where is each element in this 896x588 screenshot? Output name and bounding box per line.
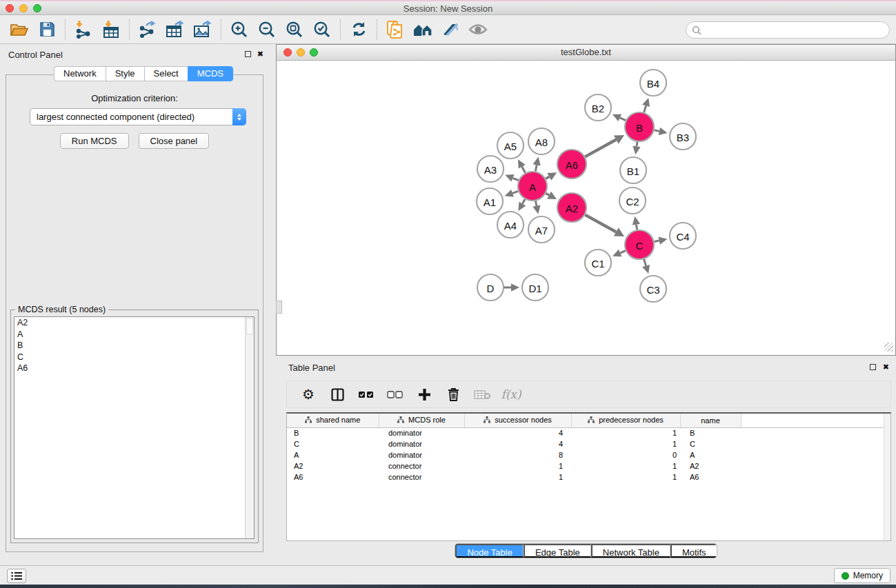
graph-edge[interactable] bbox=[522, 199, 525, 204]
graph-edge[interactable] bbox=[644, 105, 646, 112]
graph-edge[interactable] bbox=[535, 165, 537, 171]
table-row[interactable]: Bdominator41B bbox=[287, 427, 884, 438]
graph-edge[interactable] bbox=[637, 142, 637, 147]
table-row[interactable]: A2connector11A2 bbox=[287, 460, 884, 472]
search-field[interactable] bbox=[686, 21, 890, 39]
column-header-predecessor-nodes[interactable]: predecessor nodes bbox=[571, 414, 680, 427]
table-row[interactable]: Adominator80A bbox=[287, 449, 884, 460]
column-header-shared-name[interactable]: shared name bbox=[287, 414, 379, 427]
float-table-panel-icon[interactable] bbox=[870, 364, 876, 370]
mcds-result-item[interactable]: A6 bbox=[14, 363, 254, 374]
toolbar-separator bbox=[340, 19, 341, 40]
optimization-criterion-select[interactable]: largest connected component (directed) bbox=[30, 108, 246, 125]
mcds-result-item[interactable]: A2 bbox=[14, 317, 254, 329]
tab-network-table[interactable]: Network Table bbox=[591, 544, 670, 558]
close-table-panel-icon[interactable]: ✖ bbox=[883, 363, 889, 371]
zoom-fit-button[interactable] bbox=[281, 17, 308, 42]
column-header-successor-nodes[interactable]: successor nodes bbox=[464, 414, 571, 427]
graph-edge[interactable] bbox=[585, 140, 616, 157]
delete-table-button[interactable] bbox=[469, 383, 495, 406]
node-table-body: Bdominator41BCdominator41CAdominator80AA… bbox=[287, 427, 884, 483]
graph-node-label: D1 bbox=[528, 283, 541, 294]
show-task-history-button[interactable] bbox=[7, 569, 26, 583]
import-table-button[interactable] bbox=[97, 17, 125, 42]
mcds-result-list[interactable]: A2ABCA6 bbox=[14, 316, 255, 539]
table-scrollbar[interactable] bbox=[884, 414, 890, 540]
graph-edge[interactable] bbox=[512, 191, 518, 193]
zoom-selected-icon bbox=[313, 21, 331, 39]
select-all-columns-button[interactable] bbox=[353, 383, 379, 406]
checked-boxes-icon bbox=[358, 391, 375, 398]
scrollbar[interactable] bbox=[245, 317, 254, 538]
zoom-selected-button[interactable] bbox=[308, 17, 336, 42]
refresh-button[interactable] bbox=[345, 17, 372, 42]
tab-mcds[interactable]: MCDS bbox=[188, 66, 233, 81]
create-column-button[interactable] bbox=[411, 383, 437, 406]
graph-edge[interactable] bbox=[535, 201, 536, 206]
graph-edge[interactable] bbox=[654, 130, 659, 132]
pencil-slash-icon bbox=[441, 22, 459, 37]
close-panel-button[interactable]: Close panel bbox=[139, 133, 210, 149]
search-input[interactable] bbox=[701, 23, 889, 37]
graph-edge[interactable] bbox=[620, 251, 626, 253]
column-header-mcds-role[interactable]: MCDS role bbox=[379, 414, 464, 427]
first-neighbors-button[interactable] bbox=[409, 17, 437, 42]
run-mcds-button[interactable]: Run MCDS bbox=[60, 133, 129, 149]
column-header-name[interactable]: name bbox=[680, 414, 741, 427]
network-window-titlebar: testGlobe.txt bbox=[277, 45, 895, 61]
graph-edge[interactable] bbox=[585, 215, 616, 232]
import-network-button[interactable] bbox=[70, 17, 97, 42]
graph-edge[interactable] bbox=[546, 176, 549, 179]
tab-network[interactable]: Network bbox=[54, 66, 106, 81]
zoom-out-button[interactable] bbox=[253, 17, 281, 42]
empty-header bbox=[741, 414, 884, 427]
export-network-button[interactable] bbox=[134, 17, 161, 42]
table-row[interactable]: A6connector11A6 bbox=[287, 472, 884, 483]
unselect-all-columns-button[interactable] bbox=[382, 383, 408, 406]
graph-edge[interactable] bbox=[655, 241, 659, 241]
tab-node-table[interactable]: Node Table bbox=[455, 544, 524, 558]
birdseye-handle[interactable] bbox=[276, 301, 282, 314]
export-network-icon bbox=[138, 20, 157, 39]
graph-edge[interactable] bbox=[512, 178, 518, 180]
graph-node-label: A4 bbox=[504, 220, 517, 232]
show-graphics-details-button[interactable] bbox=[464, 17, 492, 42]
show-columns-button[interactable] bbox=[324, 383, 350, 406]
graph-edge-arrowhead bbox=[642, 265, 650, 274]
mcds-result-item[interactable]: C bbox=[14, 352, 254, 363]
tab-edge-table[interactable]: Edge Table bbox=[524, 544, 591, 558]
new-network-from-selection-button[interactable] bbox=[381, 17, 409, 42]
memory-button[interactable]: Memory bbox=[834, 568, 890, 583]
zoom-in-button[interactable] bbox=[226, 17, 253, 42]
mcds-result-item[interactable]: B bbox=[14, 340, 254, 352]
close-panel-icon[interactable]: ✖ bbox=[257, 50, 263, 58]
resize-grip[interactable] bbox=[884, 343, 893, 352]
graph-edge[interactable] bbox=[620, 118, 626, 121]
tab-style[interactable]: Style bbox=[106, 66, 144, 81]
float-panel-icon[interactable] bbox=[245, 51, 251, 57]
graph-edge[interactable] bbox=[636, 225, 637, 230]
graph-edge[interactable] bbox=[522, 167, 526, 173]
open-session-button[interactable] bbox=[6, 17, 33, 42]
function-fx-icon: f(x) bbox=[501, 387, 521, 401]
tab-motifs[interactable]: Motifs bbox=[670, 544, 717, 558]
graph-node-label: A6 bbox=[566, 159, 578, 171]
hide-annotations-button[interactable] bbox=[437, 17, 464, 42]
graph-node-label: A8 bbox=[535, 136, 548, 148]
tree-icon bbox=[305, 416, 312, 423]
export-table-button[interactable] bbox=[161, 17, 189, 42]
control-panel: Control Panel ✖ Optimization criterion: … bbox=[0, 44, 269, 565]
network-canvas[interactable]: B4B2BB3A8A5A6B1A3AA1C2A2A4A7C4CC1DD1C3 bbox=[277, 61, 895, 354]
delete-columns-button[interactable] bbox=[440, 383, 466, 406]
dropdown-stepper-icon bbox=[232, 108, 246, 125]
table-options-button[interactable]: ⚙ bbox=[295, 383, 321, 406]
table-row[interactable]: Cdominator41C bbox=[287, 438, 884, 449]
graph-edge[interactable] bbox=[546, 194, 549, 196]
graph-node-label: A1 bbox=[484, 196, 496, 208]
export-image-button[interactable] bbox=[189, 17, 217, 42]
function-builder-button[interactable]: f(x) bbox=[498, 383, 524, 406]
tab-select[interactable]: Select bbox=[144, 66, 188, 81]
mcds-result-item[interactable]: A bbox=[14, 329, 254, 341]
graph-edge[interactable] bbox=[644, 259, 646, 266]
save-session-button[interactable] bbox=[33, 17, 61, 42]
